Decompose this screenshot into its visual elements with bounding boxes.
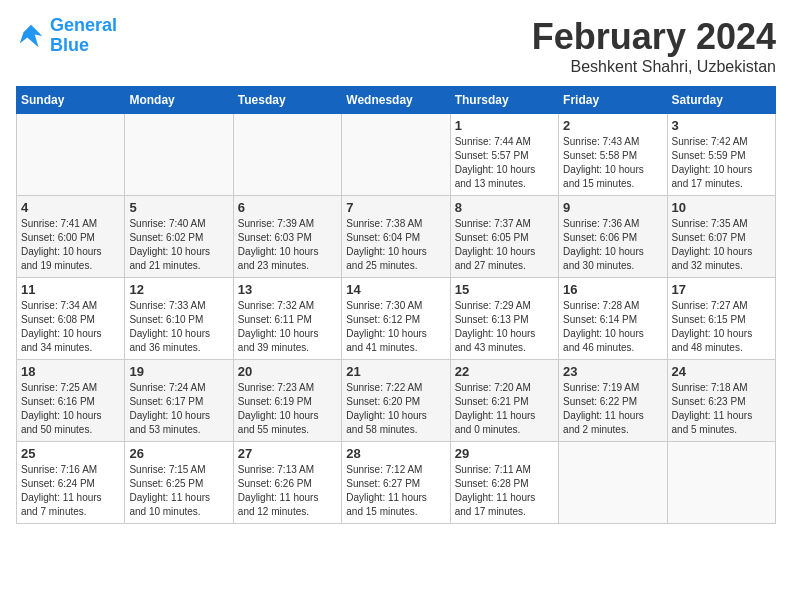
day-number: 14: [346, 282, 445, 297]
day-info: Sunrise: 7:23 AM Sunset: 6:19 PM Dayligh…: [238, 381, 337, 437]
day-number: 5: [129, 200, 228, 215]
calendar-cell: 12Sunrise: 7:33 AM Sunset: 6:10 PM Dayli…: [125, 278, 233, 360]
day-number: 22: [455, 364, 554, 379]
day-info: Sunrise: 7:36 AM Sunset: 6:06 PM Dayligh…: [563, 217, 662, 273]
calendar-cell: 25Sunrise: 7:16 AM Sunset: 6:24 PM Dayli…: [17, 442, 125, 524]
column-header-monday: Monday: [125, 87, 233, 114]
calendar-cell: 17Sunrise: 7:27 AM Sunset: 6:15 PM Dayli…: [667, 278, 775, 360]
day-number: 2: [563, 118, 662, 133]
svg-marker-0: [20, 25, 43, 48]
logo-icon: [16, 21, 46, 51]
day-info: Sunrise: 7:12 AM Sunset: 6:27 PM Dayligh…: [346, 463, 445, 519]
calendar-cell: 20Sunrise: 7:23 AM Sunset: 6:19 PM Dayli…: [233, 360, 341, 442]
calendar-cell: 27Sunrise: 7:13 AM Sunset: 6:26 PM Dayli…: [233, 442, 341, 524]
calendar-cell: 2Sunrise: 7:43 AM Sunset: 5:58 PM Daylig…: [559, 114, 667, 196]
page-header: General Blue February 2024 Beshkent Shah…: [16, 16, 776, 76]
calendar-cell: 14Sunrise: 7:30 AM Sunset: 6:12 PM Dayli…: [342, 278, 450, 360]
calendar-cell: [559, 442, 667, 524]
day-number: 26: [129, 446, 228, 461]
day-info: Sunrise: 7:16 AM Sunset: 6:24 PM Dayligh…: [21, 463, 120, 519]
day-info: Sunrise: 7:42 AM Sunset: 5:59 PM Dayligh…: [672, 135, 771, 191]
day-info: Sunrise: 7:38 AM Sunset: 6:04 PM Dayligh…: [346, 217, 445, 273]
column-header-wednesday: Wednesday: [342, 87, 450, 114]
day-number: 13: [238, 282, 337, 297]
day-number: 21: [346, 364, 445, 379]
day-number: 17: [672, 282, 771, 297]
day-number: 18: [21, 364, 120, 379]
day-info: Sunrise: 7:34 AM Sunset: 6:08 PM Dayligh…: [21, 299, 120, 355]
calendar-table: SundayMondayTuesdayWednesdayThursdayFrid…: [16, 86, 776, 524]
calendar-cell: 1Sunrise: 7:44 AM Sunset: 5:57 PM Daylig…: [450, 114, 558, 196]
day-info: Sunrise: 7:25 AM Sunset: 6:16 PM Dayligh…: [21, 381, 120, 437]
day-info: Sunrise: 7:28 AM Sunset: 6:14 PM Dayligh…: [563, 299, 662, 355]
column-header-tuesday: Tuesday: [233, 87, 341, 114]
logo-text: General Blue: [50, 16, 117, 56]
title-block: February 2024 Beshkent Shahri, Uzbekista…: [532, 16, 776, 76]
calendar-cell: [17, 114, 125, 196]
day-info: Sunrise: 7:20 AM Sunset: 6:21 PM Dayligh…: [455, 381, 554, 437]
calendar-cell: 9Sunrise: 7:36 AM Sunset: 6:06 PM Daylig…: [559, 196, 667, 278]
day-number: 8: [455, 200, 554, 215]
day-info: Sunrise: 7:18 AM Sunset: 6:23 PM Dayligh…: [672, 381, 771, 437]
day-number: 11: [21, 282, 120, 297]
day-number: 9: [563, 200, 662, 215]
calendar-cell: [342, 114, 450, 196]
calendar-cell: 16Sunrise: 7:28 AM Sunset: 6:14 PM Dayli…: [559, 278, 667, 360]
day-number: 16: [563, 282, 662, 297]
calendar-cell: 3Sunrise: 7:42 AM Sunset: 5:59 PM Daylig…: [667, 114, 775, 196]
day-info: Sunrise: 7:35 AM Sunset: 6:07 PM Dayligh…: [672, 217, 771, 273]
calendar-cell: 15Sunrise: 7:29 AM Sunset: 6:13 PM Dayli…: [450, 278, 558, 360]
day-info: Sunrise: 7:19 AM Sunset: 6:22 PM Dayligh…: [563, 381, 662, 437]
calendar-cell: 8Sunrise: 7:37 AM Sunset: 6:05 PM Daylig…: [450, 196, 558, 278]
calendar-cell: 11Sunrise: 7:34 AM Sunset: 6:08 PM Dayli…: [17, 278, 125, 360]
calendar-cell: [125, 114, 233, 196]
day-number: 4: [21, 200, 120, 215]
day-info: Sunrise: 7:13 AM Sunset: 6:26 PM Dayligh…: [238, 463, 337, 519]
calendar-cell: 24Sunrise: 7:18 AM Sunset: 6:23 PM Dayli…: [667, 360, 775, 442]
calendar-cell: 21Sunrise: 7:22 AM Sunset: 6:20 PM Dayli…: [342, 360, 450, 442]
column-header-sunday: Sunday: [17, 87, 125, 114]
calendar-cell: 4Sunrise: 7:41 AM Sunset: 6:00 PM Daylig…: [17, 196, 125, 278]
calendar-week-row: 1Sunrise: 7:44 AM Sunset: 5:57 PM Daylig…: [17, 114, 776, 196]
day-number: 12: [129, 282, 228, 297]
calendar-cell: 28Sunrise: 7:12 AM Sunset: 6:27 PM Dayli…: [342, 442, 450, 524]
day-info: Sunrise: 7:41 AM Sunset: 6:00 PM Dayligh…: [21, 217, 120, 273]
day-info: Sunrise: 7:43 AM Sunset: 5:58 PM Dayligh…: [563, 135, 662, 191]
calendar-cell: 19Sunrise: 7:24 AM Sunset: 6:17 PM Dayli…: [125, 360, 233, 442]
calendar-cell: 13Sunrise: 7:32 AM Sunset: 6:11 PM Dayli…: [233, 278, 341, 360]
day-info: Sunrise: 7:27 AM Sunset: 6:15 PM Dayligh…: [672, 299, 771, 355]
column-header-saturday: Saturday: [667, 87, 775, 114]
day-number: 23: [563, 364, 662, 379]
day-info: Sunrise: 7:15 AM Sunset: 6:25 PM Dayligh…: [129, 463, 228, 519]
logo: General Blue: [16, 16, 117, 56]
day-number: 24: [672, 364, 771, 379]
calendar-cell: 26Sunrise: 7:15 AM Sunset: 6:25 PM Dayli…: [125, 442, 233, 524]
day-info: Sunrise: 7:39 AM Sunset: 6:03 PM Dayligh…: [238, 217, 337, 273]
day-number: 7: [346, 200, 445, 215]
month-title: February 2024: [532, 16, 776, 58]
day-number: 27: [238, 446, 337, 461]
day-number: 15: [455, 282, 554, 297]
calendar-cell: 7Sunrise: 7:38 AM Sunset: 6:04 PM Daylig…: [342, 196, 450, 278]
day-info: Sunrise: 7:44 AM Sunset: 5:57 PM Dayligh…: [455, 135, 554, 191]
logo-line2: Blue: [50, 35, 89, 55]
day-number: 29: [455, 446, 554, 461]
day-number: 19: [129, 364, 228, 379]
day-number: 1: [455, 118, 554, 133]
calendar-cell: 18Sunrise: 7:25 AM Sunset: 6:16 PM Dayli…: [17, 360, 125, 442]
calendar-cell: [667, 442, 775, 524]
calendar-week-row: 4Sunrise: 7:41 AM Sunset: 6:00 PM Daylig…: [17, 196, 776, 278]
calendar-cell: [233, 114, 341, 196]
day-number: 6: [238, 200, 337, 215]
day-info: Sunrise: 7:30 AM Sunset: 6:12 PM Dayligh…: [346, 299, 445, 355]
day-number: 20: [238, 364, 337, 379]
day-info: Sunrise: 7:37 AM Sunset: 6:05 PM Dayligh…: [455, 217, 554, 273]
calendar-cell: 22Sunrise: 7:20 AM Sunset: 6:21 PM Dayli…: [450, 360, 558, 442]
calendar-week-row: 11Sunrise: 7:34 AM Sunset: 6:08 PM Dayli…: [17, 278, 776, 360]
day-number: 3: [672, 118, 771, 133]
day-number: 10: [672, 200, 771, 215]
calendar-cell: 5Sunrise: 7:40 AM Sunset: 6:02 PM Daylig…: [125, 196, 233, 278]
day-number: 28: [346, 446, 445, 461]
day-info: Sunrise: 7:22 AM Sunset: 6:20 PM Dayligh…: [346, 381, 445, 437]
day-info: Sunrise: 7:33 AM Sunset: 6:10 PM Dayligh…: [129, 299, 228, 355]
